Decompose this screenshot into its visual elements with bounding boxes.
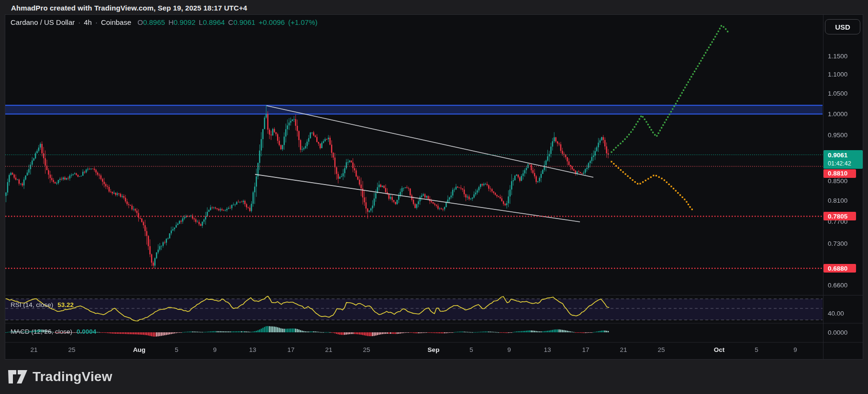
macd-axis-label: 0.0000: [828, 329, 847, 336]
exchange-label: Coinbase: [101, 18, 131, 26]
time-tick: Aug: [133, 346, 145, 353]
separator-dot: ·: [95, 18, 98, 26]
time-tick: 5: [469, 346, 473, 353]
macd-label: MACD (12, 26, close): [11, 328, 72, 335]
time-tick: 13: [249, 346, 256, 353]
price-level-badge: 0.7805: [823, 212, 856, 220]
page-root: AhmadPro created with TradingView.com, S…: [0, 0, 868, 394]
open-value: 0.8965: [143, 18, 165, 26]
time-tick: 5: [175, 346, 178, 353]
time-tick: Oct: [714, 346, 725, 353]
macd-value: 0.0004: [77, 328, 96, 335]
time-tick: 5: [755, 346, 758, 353]
price-tick: 0.9500: [828, 131, 847, 139]
open-label: O0.8965: [137, 18, 165, 26]
rsi-value: 53.22: [57, 301, 74, 308]
low-label: L0.8964: [199, 18, 225, 26]
close-value: 0.9061: [234, 18, 256, 26]
price-tick: 0.6600: [828, 282, 847, 289]
symbol-title[interactable]: Cardano / US Dollar: [11, 18, 75, 26]
rsi-axis-label: 40.00: [828, 310, 844, 317]
tradingview-logo-icon[interactable]: [8, 370, 28, 384]
close-label: C0.9061: [228, 18, 256, 26]
high-label: H0.9092: [168, 18, 196, 26]
price-tick: 1.1000: [828, 71, 847, 78]
bar-countdown: 01:42:42: [828, 160, 863, 168]
symbol-header: Cardano / US Dollar · 4h · Coinbase O0.8…: [11, 18, 318, 26]
price-tick: 1.1500: [828, 53, 847, 60]
time-tick: 17: [287, 346, 294, 353]
footer-bar: TradingView: [0, 360, 868, 394]
price-tick: 1.0500: [828, 90, 847, 97]
interval-label[interactable]: 4h: [84, 18, 92, 26]
time-tick: 25: [363, 346, 370, 353]
currency-toggle-button[interactable]: USD: [825, 19, 860, 34]
change-value: +0.0096: [259, 18, 285, 26]
time-tick: 25: [68, 346, 75, 353]
current-price-value: 0.9061: [828, 151, 863, 160]
price-tick: 1.0000: [828, 110, 847, 118]
low-value: 0.8964: [203, 18, 225, 26]
tradingview-wordmark[interactable]: TradingView: [33, 369, 112, 384]
time-tick: 17: [582, 346, 589, 353]
time-tick: 9: [213, 346, 217, 353]
price-level-badge: 0.6880: [823, 264, 856, 273]
price-level-badge: 0.8810: [823, 169, 856, 178]
time-tick: 21: [620, 346, 627, 353]
macd-legend[interactable]: MACD (12, 26, close) 0.0004: [11, 328, 96, 335]
separator-dot: ·: [78, 18, 80, 26]
chart-canvas[interactable]: [0, 0, 868, 394]
change-percent: (+1.07%): [288, 18, 317, 26]
rsi-legend[interactable]: RSI (14, close) 53.22: [11, 301, 74, 308]
time-tick: 9: [793, 346, 797, 353]
time-tick: 25: [657, 346, 665, 353]
high-value: 0.9092: [174, 18, 196, 26]
time-tick: 9: [507, 346, 511, 353]
time-tick: 13: [544, 346, 551, 353]
time-tick: Sep: [428, 346, 440, 353]
current-price-badge: 0.9061 01:42:42: [823, 150, 863, 169]
price-tick: 0.8100: [828, 197, 847, 204]
rsi-label: RSI (14, close): [11, 301, 53, 308]
time-tick: 21: [325, 346, 332, 353]
price-tick: 0.7300: [828, 240, 847, 247]
price-tick: 0.8500: [828, 177, 847, 185]
time-tick: 21: [30, 346, 37, 353]
